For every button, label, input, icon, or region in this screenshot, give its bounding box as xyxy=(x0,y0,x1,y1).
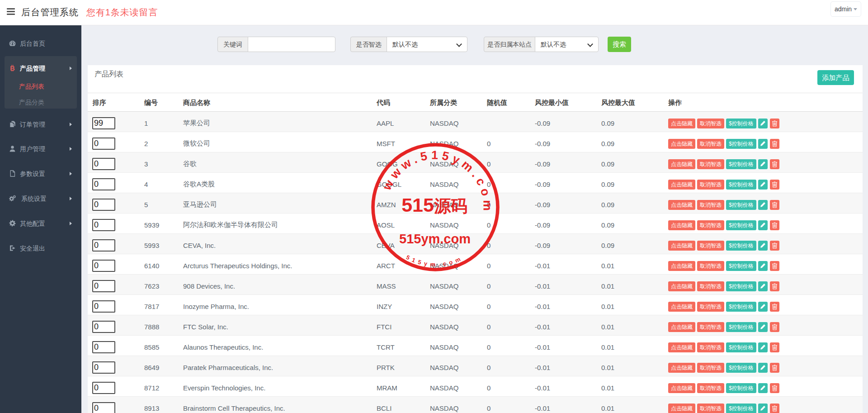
svg-text:B: B xyxy=(10,65,14,71)
